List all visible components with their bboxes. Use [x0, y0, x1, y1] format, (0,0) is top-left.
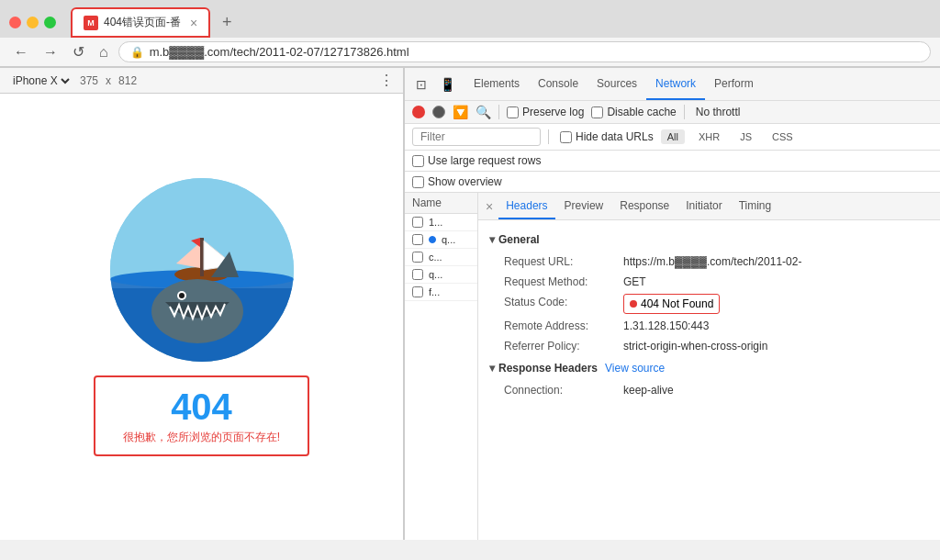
- devtools-top-bar: ⊡ 📱 Elements Console Sources Network Per…: [405, 68, 940, 101]
- device-select[interactable]: iPhone X: [9, 73, 73, 88]
- device-toolbar: iPhone X 375 x 812 ⋮: [0, 68, 403, 94]
- active-tab[interactable]: M 404错误页面-番 ×: [71, 7, 210, 38]
- main-area: iPhone X 375 x 812 ⋮: [0, 68, 940, 540]
- request-method-row: Request Method: GET: [489, 272, 929, 292]
- detail-tab-timing[interactable]: Timing: [732, 193, 779, 219]
- req-checkbox-3[interactable]: [412, 252, 423, 263]
- req-checkbox-2[interactable]: [412, 234, 423, 245]
- request-item-5[interactable]: f...: [405, 284, 477, 301]
- detail-tab-headers[interactable]: Headers: [498, 193, 554, 219]
- detail-close-icon[interactable]: ×: [486, 199, 493, 214]
- search-icon[interactable]: 🔍: [476, 105, 491, 119]
- error-box: 404 很抱歉，您所浏览的页面不存在!: [94, 375, 309, 456]
- home-button[interactable]: ⌂: [95, 42, 113, 62]
- svg-point-12: [435, 108, 442, 116]
- large-rows-checkbox[interactable]: [412, 155, 424, 167]
- request-url-value: https://m.b▓▓▓▓.com/tech/2011-02-: [623, 253, 801, 270]
- filter-tag-js[interactable]: JS: [733, 129, 758, 144]
- filter-tag-xhr[interactable]: XHR: [692, 129, 726, 144]
- options-row-1: Use large request rows: [405, 151, 940, 172]
- detail-tabs: × Headers Preview Response Initiator Tim…: [478, 193, 940, 220]
- general-section-header: General: [489, 233, 929, 246]
- separator-2: [684, 105, 685, 119]
- width-display: 375: [80, 74, 98, 87]
- status-dot-icon: [630, 300, 637, 308]
- request-url-row: Request URL: https://m.b▓▓▓▓.com/tech/20…: [489, 252, 929, 272]
- status-code-box: 404 Not Found: [623, 294, 720, 314]
- remote-address-row: Remote Address: 1.31.128.150:443: [489, 316, 929, 336]
- back-button[interactable]: ←: [9, 42, 33, 62]
- devtools-panel: ⊡ 📱 Elements Console Sources Network Per…: [404, 68, 940, 540]
- refresh-button[interactable]: ↺: [68, 41, 89, 62]
- stop-icon: [435, 108, 442, 116]
- tab-sources[interactable]: Sources: [588, 68, 646, 100]
- filter-input[interactable]: [412, 128, 541, 146]
- referrer-policy-value: strict-origin-when-cross-origin: [623, 338, 767, 354]
- device-toolbar-menu-icon[interactable]: ⋮: [379, 72, 394, 89]
- req-checkbox-4[interactable]: [412, 269, 423, 280]
- minimize-button[interactable]: [27, 17, 39, 28]
- webpage-panel: iPhone X 375 x 812 ⋮: [0, 68, 404, 540]
- view-source-link[interactable]: View source: [605, 362, 665, 375]
- stop-button[interactable]: [432, 106, 445, 118]
- tab-console[interactable]: Console: [529, 68, 588, 100]
- throttle-select[interactable]: No throttl: [696, 106, 741, 118]
- illustration-circle: [110, 178, 294, 362]
- connection-value: keep-alive: [623, 382, 674, 398]
- req-checkbox-1[interactable]: [412, 217, 423, 228]
- show-overview-checkbox[interactable]: [412, 176, 424, 188]
- detail-tab-response[interactable]: Response: [612, 193, 677, 219]
- req-name-4: q...: [429, 269, 442, 280]
- status-code-row: Status Code: 404 Not Found: [489, 292, 929, 316]
- filter-icon[interactable]: 🔽: [453, 105, 468, 119]
- tab-elements[interactable]: Elements: [464, 68, 529, 100]
- hide-urls-input[interactable]: [560, 131, 572, 143]
- tab-network[interactable]: Network: [646, 68, 705, 100]
- req-name-5: f...: [429, 286, 440, 297]
- devtools-inspect-icon[interactable]: ⊡: [412, 75, 431, 94]
- request-item-4[interactable]: q...: [405, 266, 477, 284]
- filter-tag-all[interactable]: All: [661, 129, 685, 144]
- req-name-1: 1...: [429, 217, 442, 228]
- request-item-3[interactable]: c...: [405, 249, 477, 266]
- tab-bar: M 404错误页面-番 × +: [67, 7, 240, 38]
- preserve-log-checkbox[interactable]: Preserve log: [507, 106, 584, 118]
- maximize-button[interactable]: [44, 17, 56, 28]
- req-name-2: q...: [442, 234, 455, 245]
- remote-address-value: 1.31.128.150:443: [623, 318, 709, 334]
- tab-favicon: M: [84, 16, 98, 30]
- x-label: x: [106, 74, 111, 87]
- devtools-device-icon[interactable]: 📱: [436, 75, 459, 94]
- disable-cache-checkbox[interactable]: Disable cache: [591, 106, 676, 118]
- req-checkbox-5[interactable]: [412, 286, 423, 297]
- large-rows-option[interactable]: Use large request rows: [412, 154, 541, 167]
- preserve-log-input[interactable]: [507, 106, 519, 118]
- detail-panel: × Headers Preview Response Initiator Tim…: [478, 193, 940, 540]
- request-list-header: Name: [405, 193, 477, 214]
- separator-1: [498, 105, 499, 119]
- hide-urls-checkbox[interactable]: Hide data URLs: [560, 130, 654, 143]
- filter-tag-css[interactable]: CSS: [766, 129, 800, 144]
- record-button[interactable]: [412, 106, 425, 118]
- traffic-lights: [9, 17, 56, 28]
- close-button[interactable]: [9, 17, 21, 28]
- request-item-2[interactable]: q...: [405, 231, 477, 249]
- error-number: 404: [123, 386, 280, 428]
- network-toolbar: 🔽 🔍 Preserve log Disable cache No thrott…: [405, 101, 940, 124]
- forward-button[interactable]: →: [39, 42, 62, 62]
- tab-performance[interactable]: Perform: [705, 68, 763, 100]
- new-tab-button[interactable]: +: [214, 10, 240, 36]
- nav-bar: ← → ↺ ⌂ 🔒 m.b▓▓▓▓.com/tech/2011-02-07/12…: [0, 38, 940, 67]
- request-list: Name 1... q... c... q...: [405, 193, 478, 540]
- detail-tab-preview[interactable]: Preview: [557, 193, 611, 219]
- disable-cache-input[interactable]: [591, 106, 603, 118]
- request-item-1[interactable]: 1...: [405, 214, 477, 231]
- address-bar[interactable]: 🔒 m.b▓▓▓▓.com/tech/2011-02-07/127173826.…: [118, 41, 931, 62]
- connection-row: Connection: keep-alive: [489, 380, 929, 400]
- referrer-policy-row: Referrer Policy: strict-origin-when-cros…: [489, 336, 929, 356]
- address-text: m.b▓▓▓▓.com/tech/2011-02-07/127173826.ht…: [150, 45, 919, 59]
- detail-tab-initiator[interactable]: Initiator: [678, 193, 729, 219]
- req-name-3: c...: [429, 252, 442, 263]
- tab-close-icon[interactable]: ×: [190, 16, 197, 30]
- show-overview-option[interactable]: Show overview: [412, 175, 502, 188]
